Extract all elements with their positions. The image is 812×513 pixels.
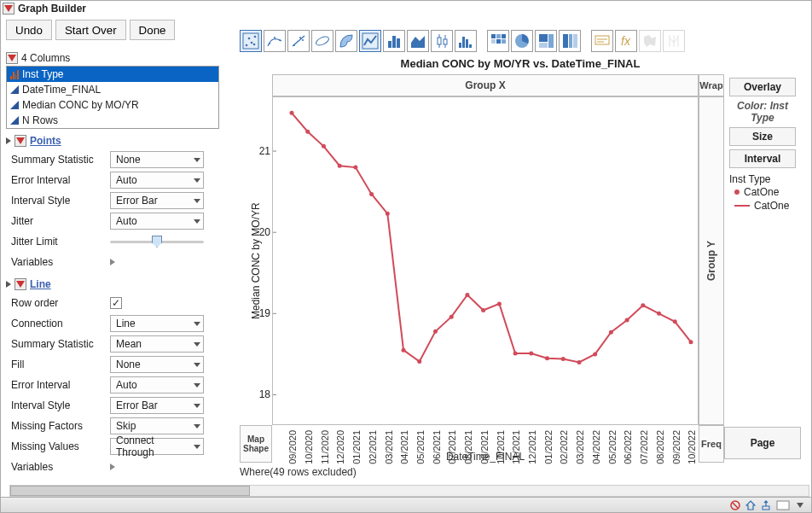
outline-toggle-line[interactable] [14,278,26,290]
graphtype-histogram-icon[interactable] [455,30,477,52]
row-order-checkbox[interactable] [110,297,122,309]
graphtype-points-icon[interactable] [240,30,262,52]
column-item[interactable]: DateTime_FINAL [7,82,218,97]
x-tick: 02/2022 [559,430,569,464]
points-intstyle-dropdown[interactable]: Error Bar [110,192,204,209]
svg-point-11 [293,44,295,46]
graphtype-formula-icon[interactable]: fx [615,30,637,52]
h-scrollbar[interactable] [9,485,809,497]
done-button[interactable]: Done [130,20,176,40]
zone-wrap[interactable]: Wrap [699,74,724,96]
graphtype-boxplot-icon[interactable] [431,30,453,52]
dropdown-icon[interactable] [794,499,806,511]
y-tick: 19 [259,307,270,319]
graphtype-line-icon[interactable] [359,30,381,52]
legend-title: Inst Type [729,173,796,185]
line-fill-dropdown[interactable]: None [110,356,204,373]
x-tick: 04/2022 [591,430,601,464]
tri-collapse-icon[interactable] [6,137,11,144]
x-tick: 07/2022 [639,430,649,464]
line-missfact-label: Missing Factors [6,420,110,432]
x-tick: 08/2021 [463,430,473,464]
zone-overlay[interactable]: Overlay [729,78,796,96]
graphtype-heatmap-icon[interactable] [487,30,509,52]
columns-count: 4 Columns [21,52,70,64]
x-tick: 08/2022 [655,430,665,464]
line-missval-dropdown[interactable]: Connect Through [110,438,204,455]
zone-freq[interactable]: Freq [699,425,724,463]
outline-toggle-main[interactable] [3,3,14,15]
zone-size[interactable]: Size [729,127,796,146]
line-intstyle-dropdown[interactable]: Error Bar [110,397,204,414]
line-roworder-label: Row order [6,297,110,309]
graphtype-smoother-icon[interactable] [264,30,286,52]
zone-interval[interactable]: Interval [729,149,796,168]
line-errint-dropdown[interactable]: Auto [110,376,204,393]
y-tick: 18 [259,388,270,400]
line-connection-dropdown[interactable]: Line [110,315,204,332]
zone-groupx[interactable]: Group X [272,74,699,96]
svg-point-77 [545,356,549,360]
x-tick: 03/2022 [575,430,585,464]
plot-area[interactable]: 18192021 18192021 [272,96,699,425]
undo-button[interactable]: Undo [6,20,52,40]
points-summary-dropdown[interactable]: None [110,151,204,168]
graphtype-mapshape-icon[interactable] [639,30,661,52]
x-tick: 12/2021 [527,430,537,464]
expand-icon[interactable] [110,463,115,470]
graphtype-fitline-icon[interactable] [287,30,310,52]
x-tick: 05/2021 [415,430,426,464]
svg-point-7 [269,43,270,44]
where-note: Where(49 rows excluded) [240,466,357,480]
svg-point-66 [369,192,374,196]
zone-map[interactable]: Map Shape [240,425,272,463]
svg-rect-27 [462,37,465,48]
x-tick: 01/2022 [543,430,554,464]
svg-point-9 [279,39,281,41]
home-icon[interactable] [745,499,757,511]
graphtype-contour-icon[interactable] [335,30,357,52]
graphtype-caption-icon[interactable] [591,30,613,52]
column-item[interactable]: N Rows [7,113,218,128]
tri-collapse-icon[interactable] [6,281,11,288]
line-summary-dropdown[interactable]: Mean [110,335,204,353]
column-item[interactable]: Median CONC by MO/YR [7,97,218,113]
zone-color[interactable]: Color: Inst Type [729,100,796,124]
graphtype-mosaic-icon[interactable] [559,30,581,52]
svg-rect-1 [243,33,258,49]
graphtype-treemap-icon[interactable] [535,30,557,52]
columns-list[interactable]: Inst TypeDateTime_FINALMedian CONC by MO… [6,66,219,129]
points-jitter-dropdown[interactable]: Auto [110,213,204,230]
svg-point-86 [689,340,693,344]
legend-entry[interactable]: CatOne [734,199,796,213]
column-item[interactable]: Inst Type [7,67,218,82]
svg-marker-52 [16,281,25,288]
points-errint-dropdown[interactable]: Auto [110,172,204,189]
upload-icon[interactable] [760,499,772,511]
line-missval-label: Missing Values [6,440,110,452]
outline-toggle-columns[interactable] [6,52,18,64]
box-icon[interactable] [775,499,791,511]
graphtype-bar-icon[interactable] [383,30,405,52]
jitter-limit-slider[interactable] [110,236,204,248]
graphtype-ellipse-icon[interactable] [311,30,334,52]
svg-rect-38 [548,34,554,48]
graphtype-parallel-icon[interactable] [663,30,685,52]
svg-marker-51 [16,137,25,144]
outline-toggle-points[interactable] [14,135,26,147]
svg-point-12 [299,37,301,38]
svg-marker-19 [411,36,425,48]
svg-point-61 [290,111,294,115]
svg-rect-31 [496,34,501,38]
graphtype-pie-icon[interactable] [511,30,533,52]
expand-icon[interactable] [110,259,115,265]
line-missfact-dropdown[interactable]: Skip [110,417,204,434]
graphtype-area-icon[interactable] [407,30,429,52]
error-icon[interactable] [729,499,741,511]
chart-title: Median CONC by MO/YR vs. DateTime_FINAL [240,57,801,73]
zone-page[interactable]: Page [724,427,801,459]
zone-groupy[interactable]: Group Y [699,96,724,425]
start-over-button[interactable]: Start Over [55,20,126,40]
svg-point-65 [353,166,357,170]
legend-entry[interactable]: CatOne [734,185,796,199]
